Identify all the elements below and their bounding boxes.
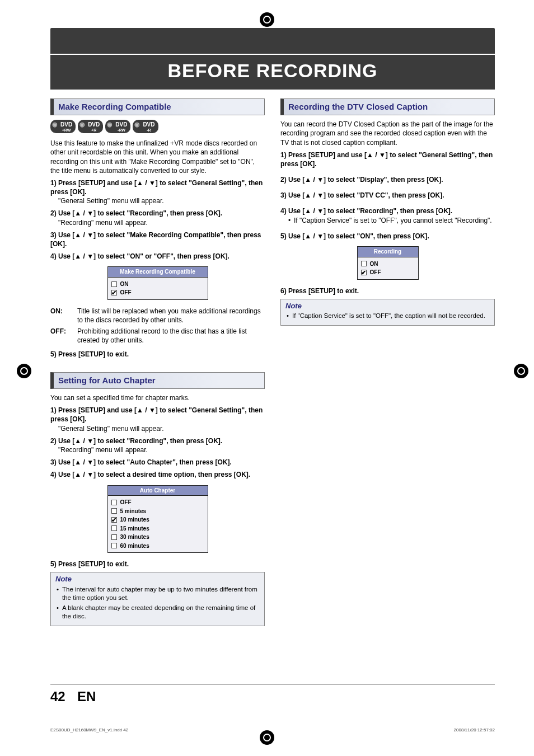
print-right: 2008/11/20 12:57:02: [454, 727, 495, 734]
ui-option-label: OFF: [120, 499, 132, 506]
checkbox-icon: [111, 508, 117, 514]
checkbox-checked-icon: [111, 517, 117, 523]
def-term-on: ON:: [50, 307, 72, 325]
ui-option-label: OFF: [370, 269, 381, 276]
ui-option: OFF: [111, 498, 204, 507]
step-4-sub: If "Caption Service" is set to "OFF", yo…: [294, 217, 492, 224]
ui-box-auto-chapter: Auto Chapter OFF 5 minutes 10 minutes 15…: [107, 485, 208, 553]
ui-option-label: ON: [120, 280, 129, 288]
disc-badge-row: DVD+RW DVD+R DVD-RW DVD-R: [50, 120, 265, 133]
step-2: 2) Use [▲ / ▼] to select "Display", then…: [280, 175, 495, 184]
crop-mark-icon: [260, 12, 274, 27]
ui-option-label: 30 minutes: [120, 533, 149, 541]
ui-box-title: Make Recording Compatible: [108, 267, 208, 278]
step-1: 1) Press [SETUP] and use [▲ / ▼] to sele…: [50, 179, 265, 196]
def-desc-on: Title list will be replaced when you mak…: [77, 307, 265, 325]
ui-option: ON: [361, 260, 415, 269]
disc-badge: DVD+RW: [50, 120, 76, 133]
ui-option-label: 5 minutes: [120, 508, 147, 515]
ui-option-label: ON: [370, 260, 378, 268]
step-1: 1) Press [SETUP] and use [▲ / ▼] to sele…: [50, 406, 265, 424]
checkbox-icon: [111, 281, 117, 287]
print-info: E2S00UD_H2160MW9_EN_v1.indd 42 2008/11/2…: [50, 727, 495, 734]
ui-option: OFF: [361, 268, 415, 277]
disc-badge: DVD-RW: [105, 120, 130, 133]
ui-option: 10 minutes: [111, 515, 204, 524]
ui-option: 30 minutes: [111, 533, 204, 542]
ui-option: OFF: [111, 288, 204, 297]
ui-box-title: Auto Chapter: [108, 486, 208, 496]
step-2: 2) Use [▲ / ▼] to select "Recording", th…: [50, 436, 265, 445]
header-bar: [50, 28, 495, 54]
step-3: 3) Use [▲ / ▼] to select "Auto Chapter",…: [50, 458, 265, 467]
section-heading-make-compatible: Make Recording Compatible: [50, 98, 265, 115]
page-number: 42: [50, 689, 65, 704]
step-1-sub: "General Setting" menu will appear.: [58, 424, 265, 433]
ui-option: 5 minutes: [111, 507, 204, 516]
ui-option: ON: [111, 280, 204, 289]
note-title: Note: [51, 572, 264, 584]
intro-text: You can record the DTV Closed Caption as…: [280, 120, 495, 147]
note-box: Note The interval for auto chapter may b…: [50, 572, 265, 626]
ui-option-label: OFF: [120, 289, 132, 297]
step-2: 2) Use [▲ / ▼] to select "Recording", th…: [50, 209, 265, 218]
step-3: 3) Use [▲ / ▼] to select "Make Recording…: [50, 231, 265, 248]
step-5: 5) Press [SETUP] to exit.: [50, 560, 265, 569]
step-4: 4) Use [▲ / ▼] to select a desired time …: [50, 470, 265, 479]
checkbox-checked-icon: [111, 290, 117, 295]
ui-option-label: 60 minutes: [120, 542, 149, 550]
note-item: The interval for auto chapter may be up …: [57, 585, 259, 603]
section-heading-auto-chapter: Setting for Auto Chapter: [50, 372, 265, 389]
ui-box-title: Recording: [358, 247, 418, 257]
def-desc-off: Prohibiting additional record to the dis…: [77, 327, 265, 345]
page-title: BEFORE RECORDING: [50, 54, 495, 90]
disc-badge: DVD-R: [133, 120, 158, 133]
note-title: Note: [281, 299, 494, 311]
checkbox-icon: [111, 543, 117, 548]
step-1: 1) Press [SETUP] and use [▲ / ▼] to sele…: [280, 151, 495, 168]
step-6: 6) Press [SETUP] to exit.: [280, 287, 495, 295]
section-heading-dtv-cc: Recording the DTV Closed Caption: [280, 98, 495, 115]
step-2-sub: "Recording" menu will appear.: [58, 445, 265, 454]
page-footer: 42 EN: [50, 684, 495, 706]
intro-text: Use this feature to make the unfinalized…: [50, 139, 265, 175]
print-left: E2S00UD_H2160MW9_EN_v1.indd 42: [50, 727, 128, 734]
ui-option-label: 10 minutes: [120, 516, 149, 524]
step-5: 5) Press [SETUP] to exit.: [50, 350, 265, 359]
checkbox-icon: [111, 525, 117, 531]
ui-option-label: 15 minutes: [120, 525, 149, 533]
step-4: 4) Use [▲ / ▼] to select "ON" or "OFF", …: [50, 252, 265, 261]
note-item: A blank chapter may be created depending…: [57, 604, 259, 621]
step-1-sub: "General Setting" menu will appear.: [58, 196, 265, 205]
step-3: 3) Use [▲ / ▼] to select "DTV CC", then …: [280, 191, 495, 200]
ui-box-make-compatible: Make Recording Compatible ON OFF: [107, 266, 208, 300]
note-box: Note If "Caption Service" is set to "OFF…: [280, 299, 495, 326]
ui-box-recording: Recording ON OFF: [357, 246, 419, 280]
def-term-off: OFF:: [50, 327, 72, 345]
checkbox-icon: [361, 261, 367, 266]
intro-text: You can set a specified time for chapter…: [50, 393, 265, 402]
ui-option: 15 minutes: [111, 524, 204, 533]
page-lang: EN: [77, 689, 96, 704]
disc-badge: DVD+R: [78, 120, 103, 133]
checkbox-icon: [111, 500, 117, 505]
step-4: 4) Use [▲ / ▼] to select "Recording", th…: [280, 206, 495, 215]
checkbox-icon: [111, 534, 117, 540]
crop-mark-icon: [17, 364, 31, 378]
note-item: If "Caption Service" is set to "OFF", th…: [287, 312, 489, 321]
checkbox-checked-icon: [361, 270, 367, 275]
ui-option: 60 minutes: [111, 542, 204, 551]
step-5: 5) Use [▲ / ▼] to select "ON", then pres…: [280, 232, 495, 241]
step-2-sub: "Recording" menu will appear.: [58, 218, 265, 227]
crop-mark-icon: [514, 364, 528, 378]
